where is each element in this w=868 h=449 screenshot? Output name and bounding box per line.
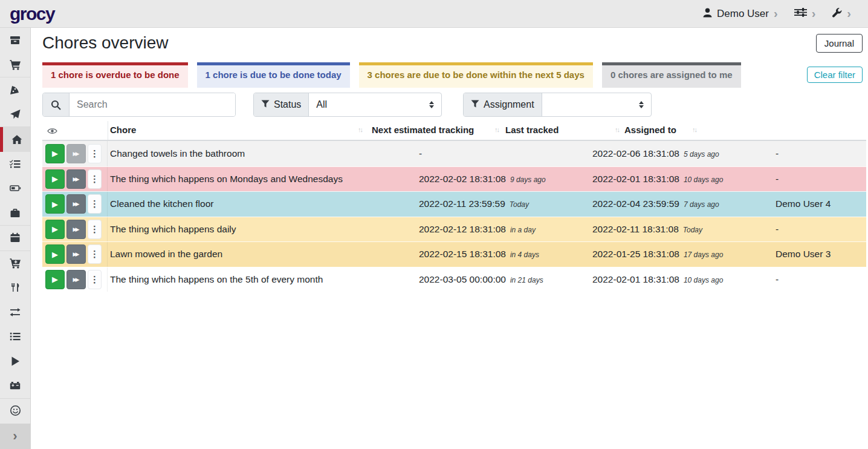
chevron-right-icon: › bbox=[13, 430, 17, 443]
assigned-to: - bbox=[776, 148, 866, 159]
play-icon: ▶ bbox=[52, 174, 58, 183]
sidebar-item-transfer[interactable] bbox=[0, 300, 30, 325]
skip-chore-button[interactable]: ▶▶ bbox=[66, 194, 86, 214]
track-execution-button[interactable]: ▶ bbox=[45, 220, 65, 239]
status-filter-select[interactable]: All bbox=[309, 93, 441, 116]
assigned-to: - bbox=[776, 174, 866, 185]
last-tracked-human: 7 days ago bbox=[684, 200, 719, 209]
sidebar-item-inventory[interactable] bbox=[0, 324, 30, 349]
play-icon: ▶ bbox=[52, 224, 58, 234]
utensils-icon bbox=[10, 282, 21, 293]
track-execution-button[interactable]: ▶ bbox=[45, 270, 65, 289]
chore-name: The thing which happens on Mondays and W… bbox=[108, 174, 419, 185]
sidebar-item-tasks[interactable] bbox=[0, 152, 30, 177]
fast-forward-icon: ▶▶ bbox=[73, 176, 80, 182]
filter-funnel-icon bbox=[471, 99, 479, 110]
skip-chore-button[interactable]: ▶▶ bbox=[66, 144, 86, 163]
assigned-to: - bbox=[776, 224, 866, 235]
last-tracked-date: 2022-02-04 23:59:59 bbox=[592, 198, 679, 209]
admin-menu[interactable]: › bbox=[832, 7, 851, 20]
sidebar-item-shopping-cart[interactable] bbox=[0, 53, 30, 77]
play-icon: ▶ bbox=[52, 250, 58, 259]
sidebar-item-stock-overview[interactable] bbox=[0, 28, 30, 53]
filter-chip-overdue[interactable]: 1 chore is overdue to be done bbox=[42, 62, 188, 88]
track-execution-button[interactable]: ▶ bbox=[45, 144, 65, 163]
ellipsis-vertical-icon: ⋮ bbox=[90, 198, 99, 209]
sidebar-item-userfields[interactable] bbox=[0, 399, 30, 424]
column-header-assigned-to[interactable]: Assigned to bbox=[624, 125, 676, 135]
sort-icon[interactable]: ↑↓ bbox=[494, 126, 499, 133]
assignment-filter-label: Assignment bbox=[484, 99, 534, 110]
clear-filter-button[interactable]: Clear filter bbox=[807, 67, 863, 83]
fast-forward-icon: ▶▶ bbox=[73, 151, 80, 157]
column-divider bbox=[108, 121, 108, 140]
select-arrows-icon bbox=[639, 101, 644, 108]
home-icon bbox=[11, 134, 22, 145]
next-tracking-human: Today bbox=[510, 200, 529, 209]
sort-icon[interactable]: ↑↓ bbox=[358, 126, 362, 133]
car-battery-icon bbox=[10, 380, 21, 391]
table-row: ▶ ▶▶ ⋮ The thing which happens on the 5t… bbox=[42, 267, 866, 292]
skip-chore-button[interactable]: ▶▶ bbox=[66, 169, 86, 189]
sidebar-item-calendar[interactable] bbox=[0, 226, 30, 251]
skip-chore-button[interactable]: ▶▶ bbox=[66, 220, 86, 239]
sidebar-item-chore-tracking[interactable] bbox=[0, 349, 30, 374]
settings-menu[interactable]: › bbox=[794, 7, 816, 20]
filter-chip-due-today[interactable]: 1 chore is due to be done today bbox=[197, 62, 350, 88]
eye-icon[interactable] bbox=[47, 126, 57, 137]
user-menu-label: Demo User bbox=[717, 8, 769, 20]
row-menu-button[interactable]: ⋮ bbox=[88, 169, 102, 189]
filter-chip-due-soon[interactable]: 3 chores are due to be done within the n… bbox=[359, 62, 593, 88]
sidebar-item-battery-tracking[interactable] bbox=[0, 373, 30, 398]
row-menu-button[interactable]: ⋮ bbox=[88, 194, 102, 214]
column-header-next-tracking[interactable]: Next estimated tracking bbox=[372, 125, 474, 135]
row-menu-button[interactable]: ⋮ bbox=[88, 244, 102, 264]
sidebar-item-meal-plan[interactable] bbox=[0, 102, 30, 127]
sidebar-item-equipment[interactable] bbox=[0, 201, 30, 226]
row-menu-button[interactable]: ⋮ bbox=[88, 144, 102, 163]
calendar-icon bbox=[10, 232, 21, 243]
page-title: Chores overview bbox=[42, 33, 863, 53]
column-header-last-tracked[interactable]: Last tracked bbox=[505, 125, 559, 135]
chore-name: Lawn mowed in the garden bbox=[108, 249, 419, 260]
skip-chore-button[interactable]: ▶▶ bbox=[66, 244, 86, 264]
box-icon bbox=[10, 34, 21, 45]
column-header-chore[interactable]: Chore bbox=[110, 125, 136, 135]
battery-icon bbox=[10, 183, 21, 194]
sidebar-item-purchase[interactable] bbox=[0, 251, 30, 276]
assignment-filter-select[interactable] bbox=[542, 93, 651, 116]
track-execution-button[interactable]: ▶ bbox=[45, 194, 65, 214]
sidebar-item-recipes[interactable] bbox=[0, 77, 30, 102]
sidebar-item-chores-overview[interactable] bbox=[0, 127, 30, 152]
top-navbar: grocy Demo User › › › bbox=[0, 0, 868, 28]
user-menu[interactable]: Demo User › bbox=[703, 8, 778, 20]
sidebar-item-batteries[interactable] bbox=[0, 176, 30, 201]
next-tracking-human: in a day bbox=[510, 226, 536, 234]
sidebar-item-consume[interactable] bbox=[0, 275, 30, 300]
sidebar: › bbox=[0, 28, 31, 449]
sidebar-collapse-toggle[interactable]: › bbox=[0, 424, 30, 449]
cart-plus-icon bbox=[10, 258, 21, 269]
play-icon: ▶ bbox=[52, 275, 58, 284]
row-menu-button[interactable]: ⋮ bbox=[88, 270, 102, 289]
pizza-icon bbox=[10, 84, 21, 95]
assigned-to: Demo User 4 bbox=[776, 198, 866, 209]
sort-icon[interactable]: ↑↓ bbox=[692, 126, 696, 133]
ellipsis-vertical-icon: ⋮ bbox=[90, 148, 99, 159]
track-execution-button[interactable]: ▶ bbox=[45, 244, 65, 264]
last-tracked-date: 2022-02-01 18:31:08 bbox=[592, 274, 679, 285]
track-execution-button[interactable]: ▶ bbox=[45, 169, 65, 189]
grocy-logo[interactable]: grocy bbox=[10, 5, 54, 23]
user-icon bbox=[703, 8, 712, 20]
next-tracking-human: in 4 days bbox=[510, 251, 539, 259]
filter-chip-assigned-to-me[interactable]: 0 chores are assigned to me bbox=[602, 62, 741, 88]
status-filter-value: All bbox=[316, 99, 327, 110]
play-icon bbox=[10, 356, 20, 367]
status-filter-label: Status bbox=[274, 99, 301, 110]
sliders-icon bbox=[794, 7, 807, 20]
skip-chore-button[interactable]: ▶▶ bbox=[66, 270, 86, 289]
search-input[interactable] bbox=[70, 93, 235, 116]
journal-button[interactable]: Journal bbox=[816, 34, 863, 53]
sort-icon[interactable]: ↑↓ bbox=[615, 126, 619, 133]
row-menu-button[interactable]: ⋮ bbox=[88, 220, 102, 239]
